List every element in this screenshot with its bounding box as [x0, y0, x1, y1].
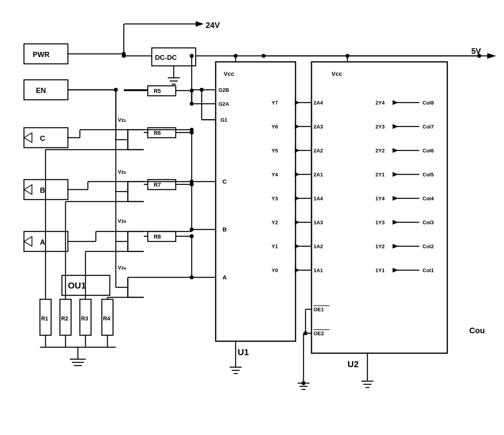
y7-label: Y7 — [272, 100, 278, 106]
1a3-label: 1A3 — [314, 219, 323, 225]
2y4-label: 2Y4 — [375, 100, 385, 106]
col6-label: Col6 — [423, 148, 434, 154]
y6-label: Y6 — [272, 124, 278, 130]
en-label: EN — [36, 87, 46, 95]
y3-label: Y3 — [272, 196, 278, 202]
b-label: B — [40, 186, 45, 194]
2a3-label: 2A3 — [314, 124, 323, 130]
a-label: A — [40, 238, 45, 246]
col2-label: Col2 — [423, 243, 434, 249]
u1-vcc-label: Vcc — [224, 70, 234, 77]
col8-label: Col8 — [423, 100, 434, 106]
r3-label: R3 — [81, 315, 88, 322]
cou-label: Cou — [469, 326, 485, 335]
svg-rect-52 — [148, 86, 176, 96]
u1-a-pin: A — [222, 274, 227, 281]
oe2-label: OE2 — [314, 330, 324, 336]
1y1-label: 1Y1 — [375, 267, 385, 273]
q2-label: Vz₂ — [118, 169, 126, 175]
col1-label: Col1 — [423, 267, 434, 273]
2a4-label: 2A4 — [314, 100, 323, 106]
2y3-label: 2Y3 — [375, 124, 385, 130]
u2-vcc-label: Vcc — [331, 70, 342, 77]
svg-point-176 — [477, 54, 481, 58]
g2b-label: G2B — [218, 87, 229, 93]
svg-point-115 — [190, 182, 194, 186]
u1-c-pin: C — [222, 178, 227, 185]
1y2-label: 1Y2 — [375, 243, 385, 249]
svg-point-97 — [234, 54, 238, 58]
col3-label: Col3 — [423, 219, 434, 225]
dc-dc-label: DC-DC — [155, 54, 177, 61]
u2-label: U2 — [347, 359, 359, 369]
1y4-label: 1Y4 — [375, 196, 385, 202]
1a4-label: 1A4 — [314, 196, 323, 202]
svg-point-119 — [190, 234, 194, 238]
col7-label: Col7 — [423, 124, 434, 130]
y0-label: Y0 — [272, 267, 278, 273]
q1-label: Vz₁ — [118, 117, 126, 123]
2a2-label: 2A2 — [314, 148, 323, 154]
r4-label: R4 — [103, 315, 110, 322]
1a1-label: 1A1 — [314, 267, 323, 273]
oe1-label: OE1 — [314, 306, 324, 312]
1y3-label: 1Y3 — [375, 219, 385, 225]
r1-label: R1 — [41, 315, 48, 322]
q3-label: Vz₃ — [118, 218, 126, 224]
col5-label: Col5 — [423, 172, 434, 178]
2a1-label: 2A1 — [314, 172, 323, 178]
r7-label: R7 — [154, 182, 161, 188]
y4-label: Y4 — [272, 172, 278, 178]
u1-label: U1 — [238, 347, 249, 357]
label-24v: 24V — [206, 21, 220, 30]
q4-label: Vz₄ — [118, 265, 126, 271]
c-label: C — [40, 134, 45, 142]
y2-label: Y2 — [272, 219, 278, 225]
r2-label: R2 — [61, 315, 68, 322]
r5-label: R5 — [154, 88, 161, 94]
pwr-label: PWR — [33, 51, 50, 59]
ou1-label: OU1 — [68, 281, 86, 291]
r8-label: R8 — [154, 233, 161, 240]
2y1-label: 2Y1 — [375, 172, 385, 178]
2y2-label: 2Y2 — [375, 148, 385, 154]
circuit-diagram: 24V 5V DC-DC PWR EN C B A — [0, 0, 504, 435]
col4-label: Col4 — [423, 196, 434, 202]
r6-label: R6 — [154, 130, 161, 136]
svg-point-169 — [304, 331, 308, 335]
g2a-label: G2A — [218, 101, 229, 107]
u1-b-pin: B — [222, 226, 227, 233]
y5-label: Y5 — [272, 148, 278, 154]
g1-label: G1 — [220, 117, 227, 123]
svg-rect-67 — [148, 231, 176, 241]
1a2-label: 1A2 — [314, 243, 323, 249]
y1-label: Y1 — [272, 243, 278, 249]
